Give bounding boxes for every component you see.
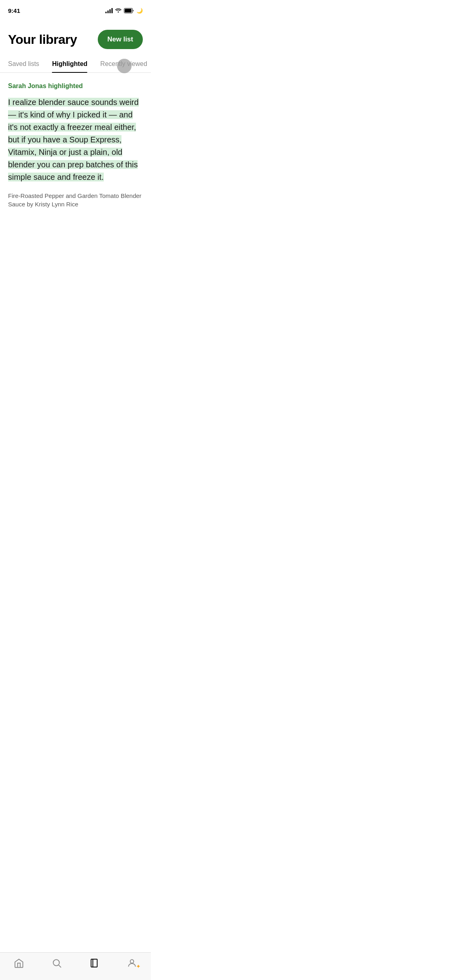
status-icons: 🌙 [105,7,143,14]
content-area: Sarah Jonas highlighted I realize blende… [0,73,151,218]
tab-highlighted[interactable]: Highlighted [45,56,94,72]
battery-icon [124,8,134,13]
header: Your library New list [0,18,151,56]
source-info: Fire-Roasted Pepper and Garden Tomato Bl… [8,191,143,208]
signal-bars-icon [105,8,113,13]
status-time: 9:41 [8,7,20,14]
new-list-button[interactable]: New list [98,30,143,49]
highlighter-name: Sarah Jonas highlighted [8,82,143,90]
highlighted-passage: I realize blender sauce sounds weird — i… [8,96,143,183]
tab-saved-lists[interactable]: Saved lists [2,56,45,72]
source-title: Fire-Roasted Pepper and Garden Tomato Bl… [8,191,143,208]
highlighted-text: I realize blender sauce sounds weird — i… [8,98,139,181]
highlight-block: I realize blender sauce sounds weird — i… [8,96,143,183]
touch-indicator [117,59,132,73]
page-title: Your library [8,32,77,47]
status-bar: 9:41 🌙 [0,0,151,18]
svg-rect-1 [125,9,132,12]
wifi-icon [115,7,121,14]
tabs-container: Saved lists Highlighted Recently viewed [0,56,151,73]
moon-icon: 🌙 [136,8,143,14]
